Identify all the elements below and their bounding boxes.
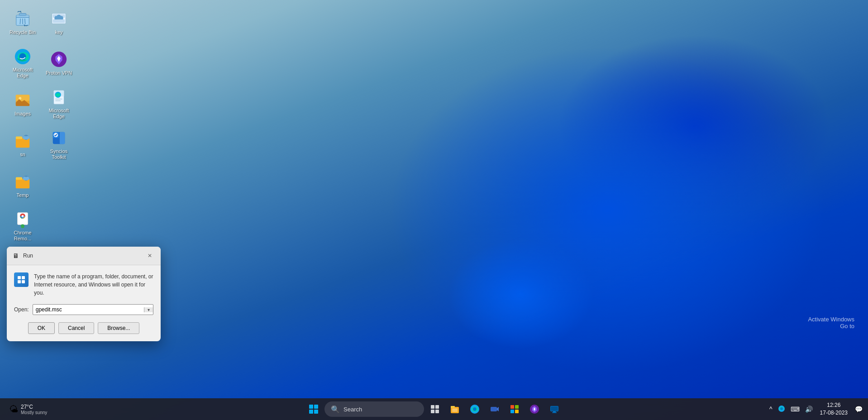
vpn-taskbar-button[interactable]	[525, 400, 544, 418]
run-close-button[interactable]: ✕	[144, 250, 155, 261]
desktop-icon-key[interactable]: key	[41, 5, 77, 41]
svg-rect-71	[553, 411, 556, 412]
svg-rect-47	[22, 280, 25, 283]
tray-chevron[interactable]: ^	[768, 405, 774, 414]
run-input-wrapper: ▾	[33, 304, 153, 315]
svg-rect-66	[510, 410, 514, 413]
syncios-label: Syncios Toolkit	[43, 148, 75, 160]
svg-rect-46	[18, 280, 21, 283]
run-cancel-button[interactable]: Cancel	[58, 322, 94, 334]
run-dropdown-button[interactable]: ▾	[144, 307, 153, 312]
svg-rect-34	[16, 179, 29, 189]
run-description: Type the name of a program, folder, docu…	[34, 272, 153, 297]
svg-rect-55	[435, 410, 439, 413]
desktop: Recycle Bin key	[0, 0, 868, 420]
svg-line-3	[20, 19, 20, 24]
search-bar[interactable]: 🔍 Search	[324, 401, 424, 417]
svg-rect-64	[510, 405, 514, 409]
svg-point-61	[473, 407, 477, 411]
camera-button[interactable]	[486, 400, 504, 418]
svg-rect-51	[314, 410, 318, 414]
sn-label: sn	[20, 152, 25, 158]
run-ok-button[interactable]: OK	[28, 322, 55, 334]
file-explorer-button[interactable]	[446, 400, 464, 418]
weather-area[interactable]: 🌤 27°C Mostly sunny	[5, 398, 51, 420]
svg-rect-39	[24, 179, 29, 181]
run-app-icon: 🖥	[12, 252, 19, 259]
run-open-label: Open:	[14, 306, 29, 313]
weather-info: 27°C Mostly sunny	[21, 404, 47, 415]
svg-rect-32	[60, 132, 65, 144]
desktop-icon-edge[interactable]: Microsoft Edge	[5, 45, 41, 81]
tray-volume[interactable]: 🔊	[803, 405, 815, 414]
task-view-button[interactable]	[426, 400, 444, 418]
weather-icon: 🌤	[9, 404, 18, 415]
desktop-icon-temp[interactable]: Temp	[5, 167, 41, 204]
clock-time: 12:26	[827, 401, 840, 409]
run-gear-icon	[14, 272, 29, 287]
store-button[interactable]	[506, 400, 524, 418]
clock-date: 17-08-2023	[820, 409, 848, 417]
svg-rect-48	[309, 405, 313, 409]
run-input[interactable]	[33, 305, 144, 315]
temp-label: Temp	[17, 192, 29, 198]
notification-button[interactable]: 💬	[853, 405, 864, 414]
desktop-icon-recycle-bin[interactable]: Recycle Bin	[5, 5, 41, 41]
clock-area[interactable]: 12:26 17-08-2023	[816, 401, 851, 418]
svg-rect-56	[451, 407, 459, 413]
system-tray: ^ ⌨ 🔊 12:26 17-08-2023 💬	[768, 398, 868, 420]
tray-keyboard[interactable]: ⌨	[789, 405, 801, 414]
search-label: Search	[343, 406, 362, 413]
chrome-remote-label: Chrome Remo...	[6, 230, 39, 242]
edge-doc-label: Microsoft Edge	[43, 108, 75, 119]
svg-rect-70	[551, 406, 558, 411]
search-magnifier-icon: 🔍	[331, 405, 340, 414]
desktop-icon-proton-vpn[interactable]: Proton VPN	[41, 45, 77, 81]
run-dialog-title: Run	[23, 253, 33, 259]
svg-rect-25	[16, 137, 22, 139]
svg-rect-24	[16, 138, 29, 148]
start-button[interactable]	[305, 400, 323, 418]
svg-rect-53	[435, 405, 439, 409]
desktop-icon-syncios[interactable]: Syncios Toolkit	[41, 127, 77, 163]
weather-temp: 27°C	[21, 404, 47, 410]
proton-vpn-label: Proton VPN	[46, 70, 72, 76]
key-label: key	[55, 29, 62, 35]
desktop-icon-images[interactable]: Images	[5, 86, 41, 122]
svg-rect-54	[431, 410, 434, 413]
svg-rect-49	[314, 405, 318, 409]
svg-rect-45	[22, 276, 25, 279]
run-browse-button[interactable]: Browse...	[98, 322, 139, 334]
run-dialog: 🖥 Run ✕ Type the name of a program, fold…	[7, 247, 161, 341]
svg-rect-50	[309, 410, 313, 414]
desktop-icon-chrome-remote[interactable]: Chrome Remo...	[5, 208, 41, 244]
svg-rect-59	[452, 410, 458, 411]
svg-rect-12	[55, 18, 63, 20]
taskbar-center: 🔍 Search	[305, 400, 563, 418]
svg-rect-52	[431, 405, 434, 409]
svg-rect-62	[491, 407, 497, 411]
svg-rect-67	[515, 410, 519, 413]
svg-rect-58	[452, 409, 458, 410]
tray-edge-icon[interactable]	[776, 404, 787, 415]
wallpaper	[0, 0, 868, 420]
taskbar: 🌤 27°C Mostly sunny 🔍 Search	[0, 398, 868, 420]
svg-point-42	[22, 215, 24, 217]
svg-rect-57	[451, 406, 455, 408]
edge-label: Microsoft Edge	[6, 67, 39, 79]
weather-desc: Mostly sunny	[21, 410, 47, 415]
svg-marker-63	[497, 407, 499, 411]
activate-windows: Activate Windows Go to	[808, 316, 854, 329]
svg-rect-29	[24, 138, 29, 140]
svg-rect-72	[552, 412, 557, 413]
desktop-icon-sn[interactable]: sn	[5, 127, 41, 163]
desktop-icon-edge-doc[interactable]: Microsoft Edge	[41, 86, 77, 122]
svg-rect-65	[515, 405, 519, 409]
remote-desktop-button[interactable]	[545, 400, 563, 418]
svg-rect-44	[18, 276, 21, 279]
svg-line-5	[25, 19, 25, 24]
edge-taskbar-button[interactable]	[466, 400, 484, 418]
svg-rect-17	[16, 95, 29, 101]
images-label: Images	[14, 111, 31, 117]
svg-rect-35	[16, 177, 22, 180]
